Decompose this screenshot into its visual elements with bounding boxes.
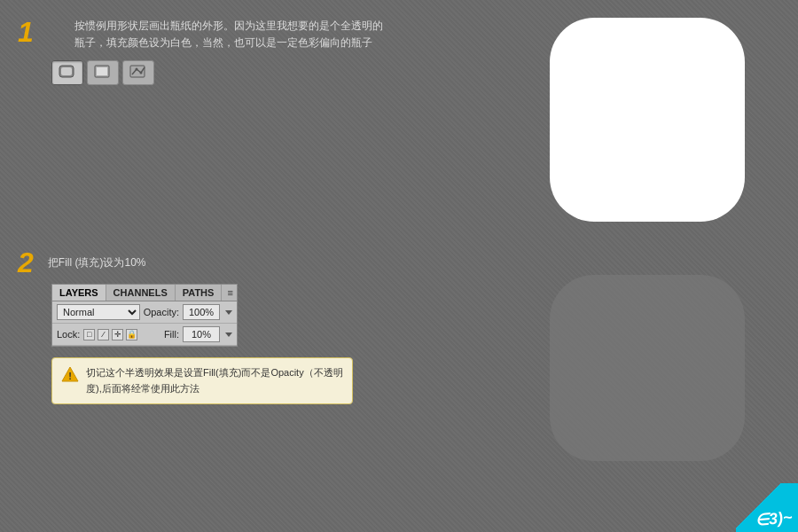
step2-section: 2 把Fill (填充)设为10% LAYERS CHANNELS PATHS … — [18, 248, 408, 404]
step1-number: 1 — [18, 18, 34, 46]
white-bottle-shape — [550, 18, 745, 222]
lock-label: Lock: — [57, 329, 80, 340]
opacity-label: Opacity: — [144, 307, 179, 317]
tab-channels[interactable]: CHANNELS — [106, 285, 176, 301]
warning-triangle-icon: ! — [61, 366, 79, 384]
tab-paths[interactable]: PATHS — [176, 285, 223, 301]
fill-label: Fill: — [164, 329, 179, 340]
lock-move-icon[interactable]: ✛ — [112, 329, 123, 340]
panel-menu-button[interactable]: ≡ — [222, 285, 238, 301]
opacity-arrow-icon[interactable] — [225, 310, 232, 315]
svg-point-5 — [136, 68, 138, 71]
svg-text:!: ! — [68, 371, 72, 381]
lock-all-icon[interactable]: 🔒 — [126, 329, 137, 340]
step1-text: 按惯例用形状层画出瓶纸的外形。因为这里我想要的是个全透明的瓶子，填充颜色设为白色… — [74, 18, 390, 51]
fill-arrow-icon[interactable] — [225, 332, 232, 337]
fill-input[interactable] — [183, 326, 220, 342]
rect-tool-button[interactable] — [87, 60, 119, 85]
path-tool-button[interactable] — [122, 60, 154, 85]
lock-fill-row: Lock: □ ∕ ✛ 🔒 Fill: — [52, 324, 237, 346]
svg-rect-3 — [97, 67, 107, 75]
layers-panel: LAYERS CHANNELS PATHS ≡ Normal Multiply … — [51, 284, 238, 347]
corner-text: ∈3)~ — [755, 507, 794, 530]
corner-decoration: ∈3)~ — [736, 483, 798, 532]
rounded-rect-tool-button[interactable] — [51, 60, 83, 85]
gray-bottle-shape — [550, 275, 745, 461]
blend-mode-select[interactable]: Normal Multiply Screen — [57, 304, 140, 320]
blend-opacity-row: Normal Multiply Screen Opacity: — [52, 301, 237, 324]
step2-number: 2 — [18, 248, 34, 277]
step1-section: 1 按惯例用形状层画出瓶纸的外形。因为这里我想要的是个全透明的瓶子，填充颜色设为… — [18, 18, 390, 85]
panel-tabs: LAYERS CHANNELS PATHS ≡ — [52, 285, 237, 301]
step2-label: 把Fill (填充)设为10% — [48, 255, 146, 270]
warning-box: ! 切记这个半透明效果是设置Fill(填充)而不是Opacity（不透明度),后… — [51, 357, 353, 404]
lock-paint-icon[interactable]: ∕ — [98, 329, 109, 340]
svg-rect-1 — [61, 67, 72, 75]
lock-transparent-icon[interactable]: □ — [83, 329, 95, 340]
tab-layers[interactable]: LAYERS — [52, 285, 106, 301]
opacity-input[interactable] — [183, 304, 220, 320]
warning-text: 切记这个半透明效果是设置Fill(填充)而不是Opacity（不透明度),后面将… — [86, 365, 343, 396]
lock-icons-group: □ ∕ ✛ 🔒 — [83, 329, 137, 340]
tool-row — [51, 60, 390, 85]
svg-point-6 — [140, 72, 143, 74]
